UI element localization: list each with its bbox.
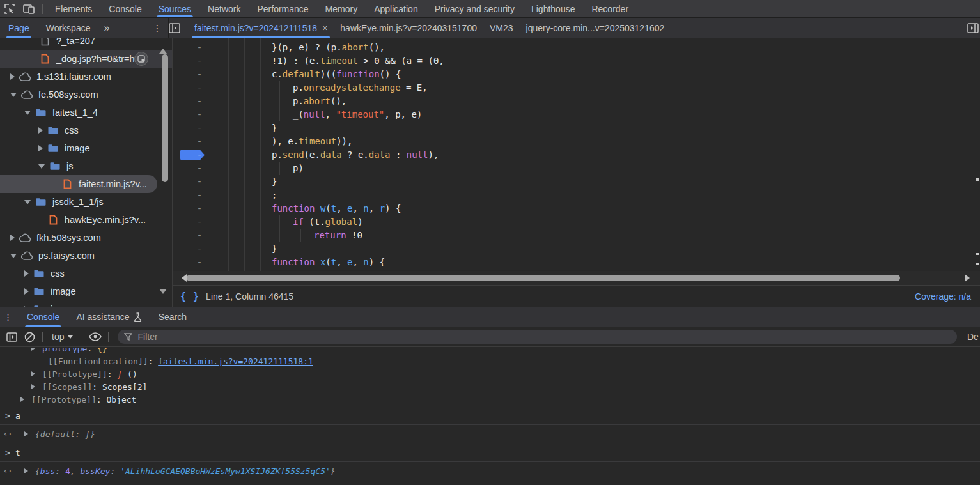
- console-sidebar-icon[interactable]: [3, 328, 20, 345]
- execution-context-selector[interactable]: top: [47, 332, 78, 342]
- chevron-down-icon[interactable]: [24, 200, 31, 204]
- element-picker-badge-icon[interactable]: [134, 52, 148, 66]
- file-tab[interactable]: faitest.min.js?v=202412111518×: [188, 18, 334, 38]
- gutter-line-marker[interactable]: -: [193, 202, 206, 215]
- gutter-line-marker[interactable]: -: [193, 256, 206, 269]
- gutter-line-marker[interactable]: -: [193, 41, 206, 54]
- filter-input[interactable]: Filter: [118, 330, 957, 344]
- file-tab[interactable]: VM23: [483, 18, 520, 38]
- expand-triangle-icon[interactable]: [24, 431, 31, 436]
- console-result-arrow-icon: ‹·: [3, 429, 12, 438]
- pretty-print-icon[interactable]: { }: [173, 291, 206, 302]
- file-tab[interactable]: jquery-core.min...v=202503121602: [520, 18, 671, 38]
- gutter-line-marker[interactable]: -: [193, 189, 206, 202]
- expand-triangle-icon[interactable]: [24, 468, 31, 473]
- gutter-line-marker[interactable]: -: [193, 95, 206, 108]
- console-result-row: ‹·{default: ƒ}: [0, 424, 980, 443]
- editor-hscrollbar[interactable]: [173, 271, 980, 285]
- chevron-down-icon[interactable]: [10, 254, 17, 258]
- drawer-tab-search[interactable]: Search: [150, 307, 195, 327]
- device-toolbar-icon[interactable]: [19, 1, 38, 17]
- gutter-line-marker[interactable]: -: [193, 108, 206, 121]
- toggle-debugger-sidebar-icon[interactable]: [967, 23, 979, 33]
- navigator-menu-icon[interactable]: ⋮: [146, 23, 168, 33]
- gutter-line-marker[interactable]: -: [193, 54, 206, 68]
- gutter-line-marker[interactable]: -: [193, 175, 206, 189]
- clear-console-icon[interactable]: [20, 328, 38, 345]
- tab-performance[interactable]: Performance: [249, 0, 316, 17]
- chevron-right-icon[interactable]: [24, 288, 29, 295]
- inspect-icon[interactable]: [0, 1, 19, 17]
- tree-item-jssdk-1-1-js[interactable]: jssdk_1_1/js: [0, 193, 173, 211]
- gutter-line-marker[interactable]: -: [193, 162, 206, 175]
- code-editor[interactable]: -}(p, e) ? (p.abort(),-!1) : (e.timeout …: [173, 38, 980, 271]
- chevron-down-icon[interactable]: [38, 164, 45, 169]
- tab-network[interactable]: Network: [199, 0, 249, 17]
- scroll-down-arrow[interactable]: [159, 289, 167, 298]
- tab-elements[interactable]: Elements: [47, 0, 100, 17]
- tree-item-ps-faisys-com[interactable]: ps.faisys.com: [0, 247, 173, 265]
- log-levels-dropdown[interactable]: De: [967, 332, 980, 342]
- tab-console[interactable]: Console: [100, 0, 150, 17]
- gutter-line-marker[interactable]: -: [193, 229, 206, 242]
- drawer-tab-console[interactable]: Console: [19, 307, 68, 327]
- tree-item--ta-207[interactable]: ?_ta=207: [0, 38, 173, 50]
- tree-item-1-s131i-faiusr-com[interactable]: 1.s131i.faiusr.com: [0, 68, 173, 86]
- expand-triangle-icon[interactable]: [31, 371, 38, 376]
- coverage-link[interactable]: Coverage: n/a: [915, 291, 971, 302]
- chevron-right-icon[interactable]: [24, 270, 29, 277]
- hscrollbar-thumb[interactable]: [187, 275, 900, 281]
- tab-application[interactable]: Application: [366, 0, 426, 17]
- expand-triangle-icon[interactable]: [20, 397, 27, 402]
- tree-item-image[interactable]: image: [0, 139, 173, 157]
- expand-triangle-icon[interactable]: [31, 348, 38, 351]
- chevron-right-icon[interactable]: [10, 73, 15, 80]
- tab-lighthouse[interactable]: Lighthouse: [523, 0, 584, 17]
- file-orange-icon: [38, 53, 51, 65]
- file-tab[interactable]: hawkEye.min.js?v=202403151700: [334, 18, 483, 38]
- tab-privacy-and-security[interactable]: Privacy and security: [426, 0, 523, 17]
- drawer-menu-icon[interactable]: ⋮: [0, 312, 19, 322]
- nav-tab-page[interactable]: Page: [0, 18, 38, 38]
- tree-item-css[interactable]: css: [0, 121, 173, 139]
- tree-item-fkh-508sys-com[interactable]: fkh.508sys.com: [0, 229, 173, 247]
- close-icon[interactable]: ×: [322, 23, 327, 33]
- tab-recorder[interactable]: Recorder: [583, 0, 637, 17]
- tree-item-faitest-min-js-v-[interactable]: faitest.min.js?v...: [0, 175, 157, 193]
- expand-triangle-icon[interactable]: [31, 384, 38, 389]
- tree-item-image[interactable]: image: [0, 282, 173, 300]
- gutter-line-marker[interactable]: -: [193, 148, 206, 162]
- filter-placeholder: Filter: [137, 332, 157, 342]
- tree-item-css[interactable]: css: [0, 265, 173, 282]
- scroll-up-arrow[interactable]: [159, 45, 167, 54]
- more-tabs-icon[interactable]: »: [98, 22, 113, 34]
- gutter-line-marker[interactable]: -: [193, 242, 206, 256]
- tree-item-hawkeye-min-js-v-[interactable]: hawkEye.min.js?v...: [0, 211, 173, 229]
- chevron-right-icon[interactable]: [10, 235, 15, 241]
- scroll-right-arrow[interactable]: [965, 274, 974, 282]
- tab-sources[interactable]: Sources: [150, 0, 199, 17]
- tab-memory[interactable]: Memory: [317, 0, 366, 17]
- gutter-line-marker[interactable]: -: [193, 81, 206, 95]
- gutter-line-marker[interactable]: -: [193, 121, 206, 135]
- scroll-left-arrow[interactable]: [178, 274, 187, 282]
- toggle-navigator-icon[interactable]: [169, 23, 188, 33]
- gutter-line-marker[interactable]: -: [193, 135, 206, 148]
- source-location-link[interactable]: faitest.min.js?v=202412111518:1: [158, 357, 313, 366]
- sidebar-scrollbar-thumb[interactable]: [162, 54, 168, 182]
- drawer-tab-ai-assistance[interactable]: AI assistance: [68, 307, 150, 327]
- tree-item--dog-jsp-h-0-tr-h[interactable]: _dog.jsp?h=0&tr=h: [0, 50, 173, 68]
- eye-icon[interactable]: [86, 328, 104, 345]
- gutter-line-marker[interactable]: -: [193, 68, 206, 81]
- chevron-down-icon[interactable]: [24, 111, 31, 115]
- code-line: -), e.timeout)),: [173, 135, 980, 148]
- tree-item-faitest-1-4[interactable]: faitest_1_4: [0, 104, 173, 121]
- tree-item-js[interactable]: js: [0, 300, 173, 307]
- chevron-right-icon[interactable]: [38, 127, 43, 134]
- chevron-down-icon[interactable]: [10, 93, 17, 97]
- chevron-right-icon[interactable]: [38, 145, 43, 151]
- nav-tab-workspace[interactable]: Workspace: [38, 18, 99, 38]
- tree-item-fe-508sys-com[interactable]: fe.508sys.com: [0, 86, 173, 104]
- tree-item-js[interactable]: js: [0, 157, 173, 175]
- gutter-line-marker[interactable]: -: [193, 215, 206, 229]
